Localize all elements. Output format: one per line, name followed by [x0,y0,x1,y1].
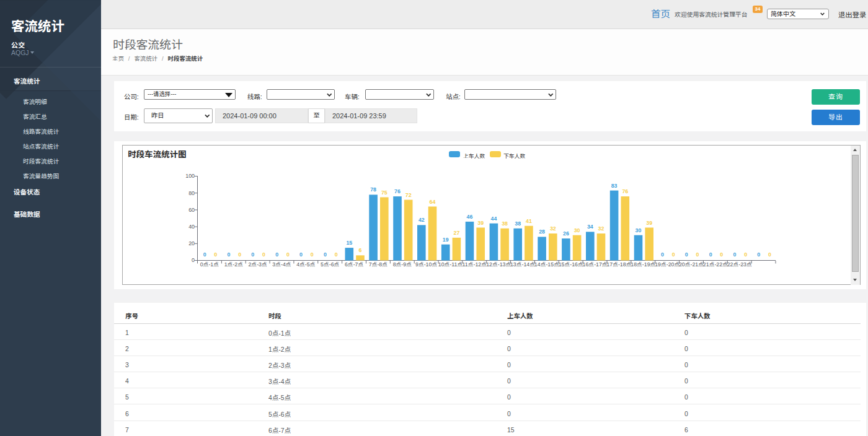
svg-text:46: 46 [467,214,473,220]
svg-text:8点-9点: 8点-9点 [393,261,412,268]
svg-text:28: 28 [539,229,545,235]
svg-text:42: 42 [418,217,425,223]
svg-text:0: 0 [203,251,206,258]
svg-text:0: 0 [275,251,278,258]
svg-text:72: 72 [405,192,412,198]
svg-text:20: 20 [188,240,195,246]
svg-text:0: 0 [192,257,195,263]
svg-text:0: 0 [720,251,723,258]
svg-text:0: 0 [228,251,231,258]
svg-text:13点-14点: 13点-14点 [510,261,535,268]
svg-text:19: 19 [443,237,449,243]
svg-text:9点-10点: 9点-10点 [415,261,437,268]
svg-text:100: 100 [185,173,195,179]
svg-text:6: 6 [359,247,362,253]
svg-text:78: 78 [370,186,376,193]
svg-text:30: 30 [636,227,642,233]
svg-text:18点-19点: 18点-19点 [631,261,655,268]
svg-text:30: 30 [574,227,580,233]
svg-text:27: 27 [454,230,460,236]
svg-text:7点-8点: 7点-8点 [369,261,388,268]
svg-text:0: 0 [661,251,664,258]
svg-text:0: 0 [672,251,675,258]
svg-text:0: 0 [214,251,217,258]
svg-text:75: 75 [381,190,388,196]
svg-text:39: 39 [646,220,652,226]
svg-text:0: 0 [757,251,760,258]
svg-text:3点-4点: 3点-4点 [272,261,291,268]
svg-text:14点-15点: 14点-15点 [534,261,559,268]
svg-text:80: 80 [188,190,195,196]
svg-text:0: 0 [286,251,290,258]
svg-text:0: 0 [335,251,338,258]
svg-text:0点-1点: 0点-1点 [200,261,219,268]
svg-text:26: 26 [563,230,569,237]
svg-text:20点-21点: 20点-21点 [679,261,704,268]
svg-text:41: 41 [526,218,532,224]
svg-text:10点-11点: 10点-11点 [438,261,463,268]
svg-text:0: 0 [238,251,241,258]
svg-text:0: 0 [709,251,712,258]
svg-text:34: 34 [587,224,593,230]
svg-text:16点-17点: 16点-17点 [583,261,608,268]
svg-text:0: 0 [685,251,688,258]
svg-text:40: 40 [188,224,195,230]
svg-text:38: 38 [502,220,508,227]
svg-text:22点-23点: 22点-23点 [727,261,752,268]
svg-text:0: 0 [744,251,747,258]
svg-text:19点-20点: 19点-20点 [655,261,680,268]
svg-text:0: 0 [324,251,327,258]
svg-text:0: 0 [696,251,699,258]
svg-text:0: 0 [733,251,736,258]
svg-text:5点-6点: 5点-6点 [321,261,340,268]
svg-text:60: 60 [188,207,195,213]
svg-text:0: 0 [262,251,265,258]
svg-text:6点-7点: 6点-7点 [345,261,364,268]
svg-text:0: 0 [251,251,254,258]
svg-text:15点-16点: 15点-16点 [559,261,583,268]
svg-text:4点-5点: 4点-5点 [296,261,316,268]
svg-text:44: 44 [491,216,497,222]
svg-text:17点-18点: 17点-18点 [606,261,631,268]
svg-text:38: 38 [515,220,521,227]
svg-text:64: 64 [430,199,436,205]
svg-text:1点-2点: 1点-2点 [224,261,244,268]
svg-text:83: 83 [611,183,618,189]
svg-text:2点-3点: 2点-3点 [248,261,267,268]
svg-text:32: 32 [598,225,604,232]
svg-text:12点-13点: 12点-13点 [486,261,511,268]
svg-text:0: 0 [311,251,314,258]
svg-text:39: 39 [477,220,484,226]
svg-text:21点-22点: 21点-22点 [703,261,728,268]
svg-text:0: 0 [299,251,303,258]
svg-text:76: 76 [622,188,628,194]
svg-text:0: 0 [768,251,771,258]
svg-text:32: 32 [550,225,556,232]
svg-text:76: 76 [394,188,401,194]
svg-text:11点-12点: 11点-12点 [463,261,487,268]
svg-text:15: 15 [346,240,352,246]
